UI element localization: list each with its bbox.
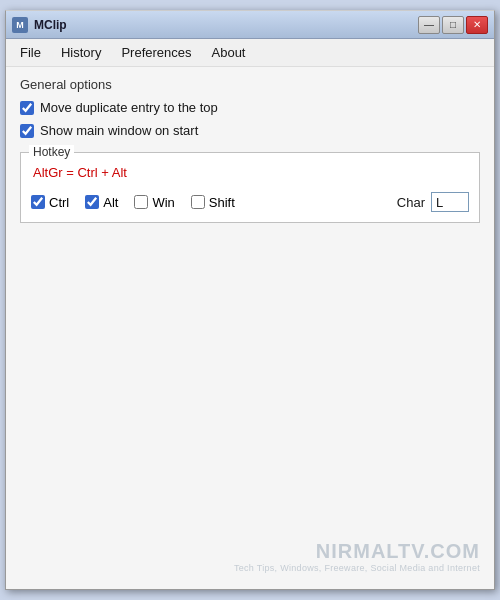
char-label: Char [397,195,425,210]
char-input[interactable] [431,192,469,212]
shift-checkbox[interactable] [191,195,205,209]
hotkey-value: AltGr = Ctrl + Alt [33,165,469,180]
move-duplicate-row: Move duplicate entry to the top [20,100,480,115]
menu-bar: File History Preferences About [6,39,494,67]
alt-label: Alt [103,195,118,210]
watermark-sub: Tech Tips, Windows, Freeware, Social Med… [234,563,480,573]
title-bar-buttons: — □ ✕ [418,16,488,34]
show-main-window-row: Show main window on start [20,123,480,138]
hotkey-section: Hotkey AltGr = Ctrl + Alt Ctrl Alt Win [20,152,480,223]
win-checkbox[interactable] [134,195,148,209]
menu-file[interactable]: File [10,41,51,64]
title-bar: M MClip — □ ✕ [6,11,494,39]
main-window: M MClip — □ ✕ File History Preferences A… [5,10,495,590]
maximize-button[interactable]: □ [442,16,464,34]
close-button[interactable]: ✕ [466,16,488,34]
ctrl-check-item: Ctrl [31,195,69,210]
general-options-label: General options [20,77,480,92]
app-icon: M [12,17,28,33]
move-duplicate-checkbox[interactable] [20,101,34,115]
content-area: General options Move duplicate entry to … [6,67,494,589]
watermark-main: NIRMALTV.COM [234,540,480,563]
hotkey-checkboxes: Ctrl Alt Win Shift Char [31,192,469,212]
ctrl-checkbox[interactable] [31,195,45,209]
alt-check-item: Alt [85,195,118,210]
menu-preferences[interactable]: Preferences [111,41,201,64]
hotkey-legend-label: Hotkey [29,145,74,159]
menu-history[interactable]: History [51,41,111,64]
win-label: Win [152,195,174,210]
ctrl-label: Ctrl [49,195,69,210]
watermark: NIRMALTV.COM Tech Tips, Windows, Freewar… [234,540,480,573]
window-title: MClip [34,18,418,32]
menu-about[interactable]: About [202,41,256,64]
win-check-item: Win [134,195,174,210]
alt-checkbox[interactable] [85,195,99,209]
show-main-window-label: Show main window on start [40,123,198,138]
char-group: Char [397,192,469,212]
shift-check-item: Shift [191,195,235,210]
move-duplicate-label: Move duplicate entry to the top [40,100,218,115]
shift-label: Shift [209,195,235,210]
show-main-window-checkbox[interactable] [20,124,34,138]
minimize-button[interactable]: — [418,16,440,34]
